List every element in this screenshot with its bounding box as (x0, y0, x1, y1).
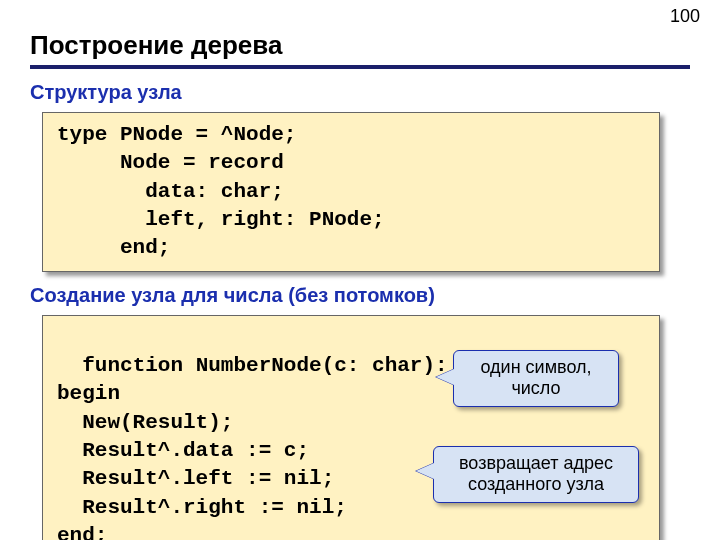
page-title: Построение дерева (30, 30, 690, 61)
section1-heading: Структура узла (30, 81, 720, 104)
callout-text: один символ, число (480, 357, 591, 399)
callout-tail (416, 463, 434, 479)
callout-one-char: один символ, число (453, 350, 619, 407)
title-bar: Построение дерева (30, 30, 690, 69)
callout-tail (436, 369, 454, 385)
callout-returns-address: возвращает адрес созданного узла (433, 446, 639, 503)
code-block-struct: type PNode = ^Node; Node = record data: … (42, 112, 660, 272)
callout-text: возвращает адрес созданного узла (459, 453, 613, 495)
code-block-function: function NumberNode(c: char): PNode; beg… (42, 315, 660, 540)
section2-heading: Создание узла для числа (без потомков) (30, 284, 720, 307)
page-number: 100 (670, 6, 700, 27)
